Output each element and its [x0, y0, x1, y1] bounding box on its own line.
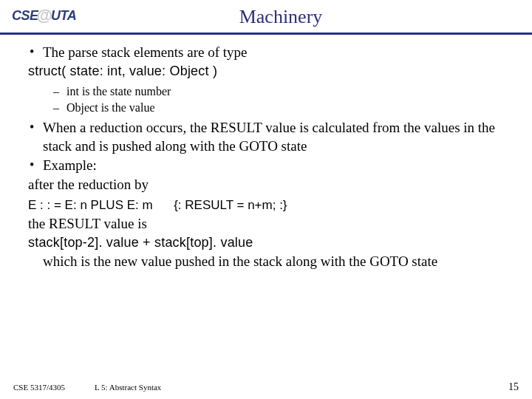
text-pushed-goto: which is the new value pushed in the sta…	[27, 253, 517, 270]
bullet-parse-stack: The parse stack elements are of type	[27, 44, 517, 61]
bullet-reduction: When a reduction occurs, the RESULT valu…	[27, 119, 517, 155]
slide-title: Machinery	[89, 6, 532, 28]
footer-lecture: L 5: Abstract Syntax	[95, 383, 161, 392]
footer: CSE 5317/4305 L 5: Abstract Syntax 15	[0, 381, 532, 393]
footer-course: CSE 5317/4305	[13, 383, 95, 392]
stack-expression: stack[top-2]. value + stack[top]. value	[27, 234, 517, 251]
logo-at-icon: @	[37, 6, 52, 25]
logo-uta: UTA	[51, 8, 76, 24]
header: CSE @ UTA Machinery	[0, 0, 532, 28]
grammar-rule: E : : = E: n PLUS E: m {: RESULT = n+m; …	[27, 196, 517, 214]
slide-content: The parse stack elements are of type str…	[0, 44, 532, 271]
logo-cse: CSE	[12, 8, 38, 24]
rule-lhs: E : : = E: n PLUS E: m	[28, 198, 153, 212]
text-after-reduction: after the reduction by	[27, 176, 517, 194]
subbullet-object: Object is the value	[52, 100, 517, 115]
rule-rhs: {: RESULT = n+m; :}	[174, 198, 287, 212]
slide-number: 15	[508, 381, 519, 393]
bullet-example: Example:	[27, 157, 517, 174]
subbullet-int: int is the state number	[52, 84, 517, 99]
divider	[0, 33, 532, 35]
text-result-is: the RESULT value is	[27, 215, 517, 233]
logo: CSE @ UTA	[12, 6, 89, 25]
struct-definition: struct( state: int, value: Object )	[27, 63, 517, 80]
